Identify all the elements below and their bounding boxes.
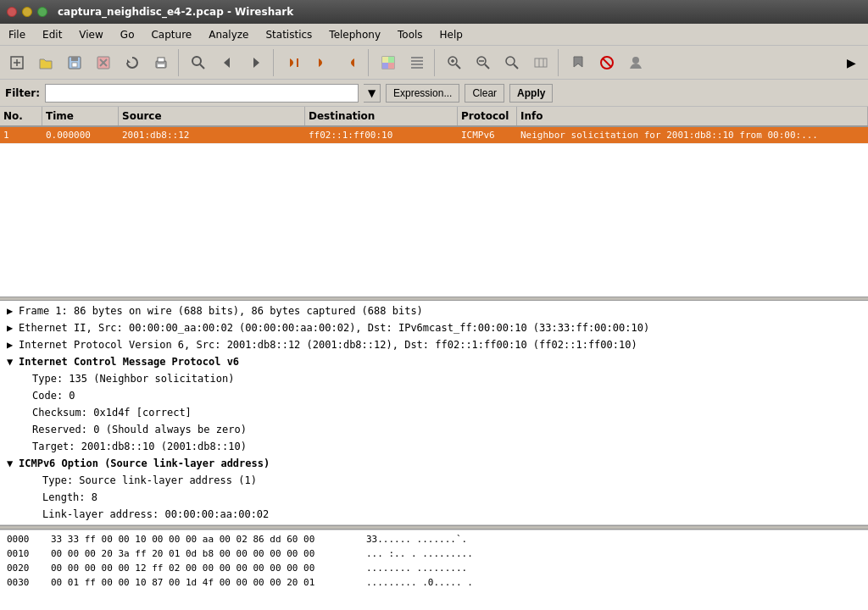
reload-button[interactable] xyxy=(119,49,146,76)
resize-cols-button[interactable] xyxy=(527,49,554,76)
menu-view[interactable]: View xyxy=(70,24,111,45)
toolbar-separator-5 xyxy=(558,49,561,76)
hex-bytes: 00 00 00 00 00 12 ff 02 00 00 00 00 00 0… xyxy=(51,561,356,575)
menu-file[interactable]: File xyxy=(0,24,34,45)
open-button[interactable] xyxy=(32,49,59,76)
hex-row: 0020 00 00 00 00 00 12 ff 02 00 00 00 00… xyxy=(7,561,861,575)
expand-arrow-ethernet: ▶ xyxy=(7,320,19,336)
col-header-destination[interactable]: Destination xyxy=(305,107,458,125)
menu-capture[interactable]: Capture xyxy=(142,24,200,45)
close-button[interactable] xyxy=(7,7,17,17)
svg-line-32 xyxy=(485,64,489,69)
new-capture-button[interactable] xyxy=(3,49,31,76)
cell-time: 0.000000 xyxy=(42,127,119,143)
expression-button[interactable]: Expression... xyxy=(386,84,459,103)
menu-go[interactable]: Go xyxy=(112,24,143,45)
detail-frame[interactable]: ▶ Frame 1: 86 bytes on wire (688 bits), … xyxy=(0,302,868,319)
mark-packet-button[interactable] xyxy=(565,49,592,76)
clear-button[interactable]: Clear xyxy=(465,84,504,103)
more-button[interactable]: ▶ xyxy=(837,49,865,76)
detail-opt-lladdr-text: Link-layer address: 00:00:00:aa:00:02 xyxy=(42,507,861,522)
svg-rect-4 xyxy=(71,57,78,61)
col-header-time[interactable]: Time xyxy=(42,107,119,125)
expand-arrow-frame: ▶ xyxy=(7,303,19,319)
cell-info: Neighbor solicitation for 2001:db8::10 f… xyxy=(517,127,868,143)
col-header-info[interactable]: Info xyxy=(517,107,868,125)
menu-edit[interactable]: Edit xyxy=(34,24,70,45)
detail-code-text: Code: 0 xyxy=(32,388,861,403)
packet-detail: ▶ Frame 1: 86 bytes on wire (688 bits), … xyxy=(0,301,868,525)
forward-button[interactable] xyxy=(242,49,270,76)
hex-offset: 0010 xyxy=(7,546,41,561)
hex-bytes: 33 33 ff 00 00 10 00 00 00 aa 00 02 86 d… xyxy=(51,532,356,546)
svg-line-40 xyxy=(603,58,611,67)
maximize-button[interactable] xyxy=(37,7,47,17)
go-first-button[interactable] xyxy=(280,49,307,76)
minimize-button[interactable] xyxy=(22,7,32,17)
ignore-packet-button[interactable] xyxy=(593,49,620,76)
filter-input[interactable] xyxy=(45,84,359,103)
print-button[interactable] xyxy=(147,49,175,76)
col-header-protocol[interactable]: Protocol xyxy=(458,107,517,125)
expand-arrow-ipv6: ▶ xyxy=(7,337,19,352)
detail-icmpv6[interactable]: ▼ Internet Control Message Protocol v6 xyxy=(0,353,868,370)
apply-button[interactable]: Apply xyxy=(509,84,553,103)
zoom-in-button[interactable] xyxy=(441,49,468,76)
svg-rect-23 xyxy=(411,57,423,58)
svg-rect-36 xyxy=(535,58,547,67)
svg-rect-21 xyxy=(382,63,388,69)
toolbar-separator-4 xyxy=(434,49,437,76)
filterbar: Filter: ▼ Expression... Clear Apply xyxy=(0,80,868,107)
back-button[interactable] xyxy=(214,49,241,76)
autoscroll-button[interactable] xyxy=(403,49,431,76)
toolbar-separator-3 xyxy=(368,49,371,76)
hex-row: 0000 33 33 ff 00 00 10 00 00 00 aa 00 02… xyxy=(7,532,861,546)
colorize-button[interactable] xyxy=(375,49,402,76)
detail-ethernet[interactable]: ▶ Ethernet II, Src: 00:00:00_aa:00:02 (0… xyxy=(0,319,868,336)
detail-icmpv6-option[interactable]: ▼ ICMPv6 Option (Source link-layer addre… xyxy=(0,455,868,472)
menu-analyze[interactable]: Analyze xyxy=(200,24,257,45)
table-row[interactable]: 1 0.000000 2001:db8::12 ff02::1:ff00:10 … xyxy=(0,127,868,144)
svg-rect-24 xyxy=(411,60,423,62)
svg-rect-25 xyxy=(411,64,423,65)
detail-ipv6-text: Internet Protocol Version 6, Src: 2001:d… xyxy=(19,337,861,352)
normal-size-button[interactable] xyxy=(498,49,526,76)
close-capture-button[interactable] xyxy=(90,49,117,76)
cell-no: 1 xyxy=(0,127,42,143)
hex-bytes: 00 01 ff 00 00 10 87 00 1d 4f 00 00 00 0… xyxy=(51,575,356,590)
detail-type: Type: 135 (Neighbor solicitation) xyxy=(0,370,868,387)
save-button[interactable] xyxy=(61,49,88,76)
detail-ipv6[interactable]: ▶ Internet Protocol Version 6, Src: 2001… xyxy=(0,336,868,353)
detail-reserved-text: Reserved: 0 (Should always be zero) xyxy=(32,422,861,437)
profile-button[interactable] xyxy=(622,49,649,76)
svg-rect-12 xyxy=(158,64,164,67)
go-prev-button[interactable] xyxy=(309,49,336,76)
svg-rect-22 xyxy=(388,63,394,69)
hex-dump: 0000 33 33 ff 00 00 10 00 00 00 aa 00 02… xyxy=(0,530,868,610)
detail-opt-type: Type: Source link-layer address (1) xyxy=(0,472,868,489)
svg-point-34 xyxy=(506,57,515,65)
cell-protocol: ICMPv6 xyxy=(458,127,517,143)
filter-dropdown-button[interactable]: ▼ xyxy=(364,84,381,103)
col-header-no[interactable]: No. xyxy=(0,107,42,125)
menu-tools[interactable]: Tools xyxy=(389,24,431,45)
col-header-source[interactable]: Source xyxy=(119,107,305,125)
find-button[interactable] xyxy=(185,49,212,76)
svg-marker-9 xyxy=(127,59,131,63)
detail-target: Target: 2001:db8::10 (2001:db8::10) xyxy=(0,438,868,455)
detail-opt-length-text: Length: 8 xyxy=(42,490,861,505)
menu-help[interactable]: Help xyxy=(431,24,471,45)
packet-list: 1 0.000000 2001:db8::12 ff02::1:ff00:10 … xyxy=(0,127,868,220)
hex-offset: 0020 xyxy=(7,561,41,575)
svg-marker-15 xyxy=(224,58,230,68)
hex-offset: 0030 xyxy=(7,575,41,590)
zoom-out-button[interactable] xyxy=(470,49,497,76)
menu-statistics[interactable]: Statistics xyxy=(257,24,320,45)
svg-rect-19 xyxy=(382,57,388,63)
filter-label: Filter: xyxy=(5,87,40,99)
go-next-button[interactable] xyxy=(337,49,364,76)
detail-ethernet-text: Ethernet II, Src: 00:00:00_aa:00:02 (00:… xyxy=(19,320,861,336)
menu-telephony[interactable]: Telephony xyxy=(320,24,389,45)
hex-bytes: 00 00 00 20 3a ff 20 01 0d b8 00 00 00 0… xyxy=(51,546,356,561)
packet-list-header: No. Time Source Destination Protocol Inf… xyxy=(0,107,868,127)
